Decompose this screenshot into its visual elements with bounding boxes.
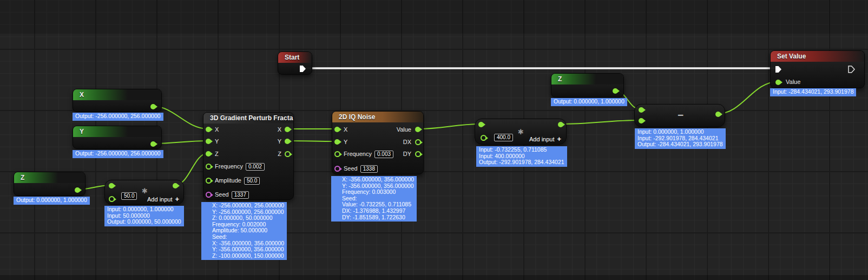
- plus-icon: +: [557, 135, 561, 143]
- frequency-input[interactable]: 0.002: [246, 163, 265, 171]
- node-2d-iq-noise[interactable]: 2D IQ Noise X Y Frequency0.003 Seed1338 …: [332, 111, 424, 174]
- output-pin-z[interactable]: [285, 151, 291, 157]
- node-title: 3D Gradient Perturb Fractal: [210, 114, 293, 122]
- tooltip-line: DY: -1.851589, 1.722630: [342, 214, 414, 221]
- output-pin[interactable]: [613, 88, 618, 94]
- output-pin[interactable]: [150, 104, 156, 109]
- node-variable-y[interactable]: Y: [73, 126, 162, 149]
- input-pin-frequency[interactable]: [334, 151, 340, 157]
- node-subtract[interactable]: −: [634, 104, 725, 127]
- tooltip-variable-y: Output: -256.000000, 256.000000: [73, 150, 163, 158]
- add-input-button[interactable]: Add input+: [529, 135, 561, 143]
- tooltip-line: Z: -100.000000, 150.000000: [212, 253, 284, 259]
- output-pin-dy[interactable]: [415, 151, 421, 157]
- pin-label: Seed: [215, 191, 229, 198]
- pin-label: Z: [278, 151, 281, 157]
- input-pin-1[interactable]: [639, 107, 644, 113]
- wire-subtract-to-setvalue[interactable]: [718, 82, 778, 114]
- value-input-pin[interactable]: [775, 80, 781, 85]
- tooltip-line: Input: 0.000000, 1.000000: [107, 206, 181, 213]
- input-pin-z[interactable]: [206, 151, 211, 157]
- output-pin[interactable]: [75, 187, 80, 193]
- output-pin-value[interactable]: [415, 127, 420, 132]
- pin-label: Value: [397, 126, 411, 133]
- multiply-value-input[interactable]: 400.0: [494, 134, 513, 141]
- output-pin[interactable]: [715, 112, 721, 117]
- exec-input-pin[interactable]: [775, 66, 782, 75]
- input-pin-x[interactable]: [206, 127, 211, 132]
- frequency-input[interactable]: 0.003: [374, 151, 393, 158]
- node-header: 2D IQ Noise: [332, 112, 423, 122]
- node-3d-gradient-perturb-fractal[interactable]: 3D Gradient Perturb Fractal X Y Z Freque…: [203, 112, 294, 200]
- node-title: X: [80, 91, 84, 99]
- node-variable-z-top[interactable]: Z: [551, 73, 624, 97]
- pin-label: Frequency: [344, 151, 372, 157]
- pin-label: DX: [403, 139, 411, 145]
- input-pin-y[interactable]: [206, 139, 211, 144]
- node-variable-x[interactable]: X: [73, 89, 162, 112]
- node-title: Set Value: [777, 53, 806, 60]
- input-pin-x[interactable]: [334, 127, 340, 132]
- wire-iq-value-to-multiply400[interactable]: [418, 124, 481, 129]
- input-pin-seed[interactable]: [334, 166, 340, 172]
- node-title: Z: [21, 174, 24, 181]
- tooltip-multiply-400: Input: -0.732255, 0.711085 Input: 400.00…: [476, 146, 567, 167]
- input-pin-frequency[interactable]: [206, 164, 212, 170]
- output-pin[interactable]: [558, 122, 563, 127]
- tooltip-multiply-50: Input: 0.000000, 1.000000 Input: 50.0000…: [104, 206, 184, 226]
- tooltip-line: X: -356.000000, 356.000000: [342, 177, 414, 183]
- tooltip-line: X: -256.000000, 256.000000: [212, 203, 284, 209]
- node-multiply-400[interactable]: 400.0 ✱ Add input+: [475, 119, 567, 145]
- node-header: X: [73, 89, 161, 100]
- tooltip-line: Output: -292.901978, 284.434021: [479, 159, 564, 166]
- wire-fractal-y-to-iq-y[interactable]: [287, 141, 337, 141]
- output-pin[interactable]: [150, 141, 156, 147]
- pin-label: X: [278, 126, 281, 133]
- node-multiply-50[interactable]: 50.0 ✱ Add input+: [104, 180, 184, 205]
- node-variable-z-bottom[interactable]: Z: [14, 172, 86, 196]
- amplitude-input[interactable]: 50.0: [244, 177, 260, 185]
- wire-multiply400-to-subtract[interactable]: [560, 120, 641, 124]
- node-header: Set Value: [771, 51, 864, 62]
- exec-output-pin[interactable]: [299, 65, 306, 75]
- add-input-button[interactable]: Add input+: [147, 195, 179, 203]
- multiply-value-input[interactable]: 50.0: [121, 192, 137, 200]
- input-pin-2[interactable]: [109, 196, 115, 202]
- tooltip-variable-x: Output: -256.000000, 256.000000: [73, 113, 163, 121]
- input-pin-seed[interactable]: [206, 192, 212, 198]
- pin-label: Y: [278, 138, 281, 145]
- node-header: Start: [278, 52, 312, 63]
- tooltip-line: Output: 0.000000, 50.000000: [107, 219, 181, 225]
- tooltip-variable-z-top: Output: 0.000000, 1.000000: [551, 98, 627, 106]
- input-pin-amplitude[interactable]: [206, 178, 212, 184]
- node-title: 2D IQ Noise: [339, 113, 375, 121]
- input-pin[interactable]: [109, 183, 114, 188]
- exec-output-pin[interactable]: [848, 66, 855, 75]
- output-pin[interactable]: [173, 183, 178, 188]
- node-header: 3D Gradient Perturb Fractal: [203, 113, 293, 123]
- input-pin[interactable]: [478, 122, 484, 127]
- output-pin-x[interactable]: [285, 127, 290, 132]
- node-header: Z: [551, 74, 623, 84]
- plus-icon: +: [175, 195, 179, 203]
- output-pin-dx[interactable]: [415, 139, 421, 145]
- pin-label: Amplitude: [215, 177, 241, 184]
- tooltip-set-value: Input: -284.434021, 293.901978: [770, 88, 856, 96]
- multiply-icon: ✱: [142, 187, 148, 194]
- node-graph-canvas[interactable]: X Output: -256.000000, 256.000000 Y Outp…: [0, 0, 868, 280]
- tooltip-3d-gradient-perturb-fractal: X: -256.000000, 256.000000 Y: -256.00000…: [201, 202, 287, 260]
- node-start[interactable]: Start: [278, 51, 312, 75]
- node-title: Y: [80, 128, 84, 135]
- pin-label: DY: [403, 151, 411, 157]
- node-set-value[interactable]: Set Value Value: [770, 50, 865, 88]
- input-pin-y[interactable]: [334, 139, 340, 145]
- tooltip-line: Y: -356.000000, 356.000000: [212, 246, 284, 253]
- input-pin-2[interactable]: [639, 118, 644, 123]
- tooltip-line: DX: -1.376988, 1.432997: [342, 208, 414, 214]
- input-pin-2[interactable]: [481, 135, 486, 141]
- pin-label: X: [344, 126, 347, 133]
- seed-input[interactable]: 1338: [360, 165, 378, 173]
- seed-input[interactable]: 1337: [232, 191, 249, 199]
- output-pin-y[interactable]: [285, 139, 290, 144]
- tooltip-line: Input: -0.732255, 0.711085: [479, 147, 564, 153]
